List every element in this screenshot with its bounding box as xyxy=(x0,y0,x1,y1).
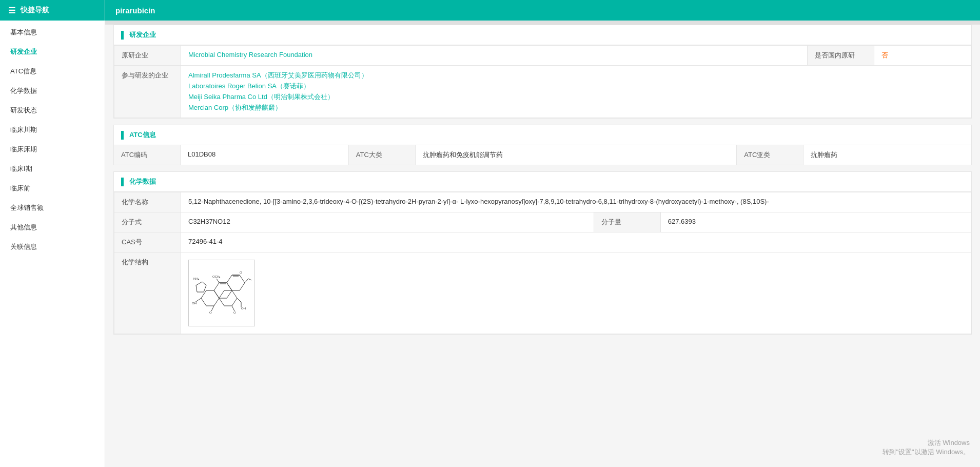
sidebar-item-other[interactable]: 其他信息 xyxy=(0,218,105,237)
svg-text:OH: OH xyxy=(241,307,246,310)
atc-major-label: ATC大类 xyxy=(349,145,416,165)
scroll-indicator xyxy=(105,21,980,25)
rd-company-title-text: 研发企业 xyxy=(129,30,156,40)
chem-structure-label: 化学结构 xyxy=(114,252,181,334)
original-company-link[interactable]: Microbial Chemistry Research Foundation xyxy=(188,51,312,59)
sidebar-item-clinical2[interactable]: 临床床期 xyxy=(0,140,105,159)
sidebar-item-chem[interactable]: 化学数据 xyxy=(0,81,105,101)
hamburger-icon[interactable]: ☰ xyxy=(8,6,15,15)
sidebar-item-related[interactable]: 关联信息 xyxy=(0,237,105,257)
rd-company-title: 研发企业 xyxy=(114,25,971,45)
participant-2[interactable]: Meiji Seika Pharma Co Ltd（明治制果株式会社） xyxy=(188,92,964,102)
domestic-value-text: 否 xyxy=(881,51,888,59)
svg-line-8 xyxy=(237,298,241,302)
svg-text:OH: OH xyxy=(192,302,197,305)
chem-name-row: 化学名称 5,12-Naphthacenedione, 10-[[3-amino… xyxy=(114,192,971,212)
atc-sub-label: ATC亚类 xyxy=(737,145,803,165)
rd-company-section: 研发企业 原研企业 Microbial Chemistry Research F… xyxy=(113,25,972,119)
domestic-label: 是否国内原研 xyxy=(807,46,874,66)
svg-text:OCH₃: OCH₃ xyxy=(212,275,221,278)
chemistry-table: 化学名称 5,12-Naphthacenedione, 10-[[3-amino… xyxy=(114,192,971,334)
page-title: pirarubicin xyxy=(105,0,980,21)
chem-structure-image: OH OH O NH₂ O xyxy=(188,260,255,326)
participant-list: Almirall Prodesfarma SA（西班牙艾美罗医用药物有限公司） … xyxy=(188,71,964,112)
sidebar-item-rd-company[interactable]: 研发企业 xyxy=(0,42,105,62)
chem-cas-value: 72496-41-4 xyxy=(181,232,971,252)
sidebar-title: 快捷导航 xyxy=(21,6,49,15)
svg-line-22 xyxy=(217,279,219,283)
svg-text:O: O xyxy=(233,311,236,314)
participant-3[interactable]: Mercian Corp（协和发酵麒麟） xyxy=(188,103,964,112)
sidebar: ☰ 快捷导航 基本信息 研发企业 ATC信息 化学数据 研发状态 临床川期 临床… xyxy=(0,0,105,467)
atc-sub-value: 抗肿瘤药 xyxy=(803,145,971,165)
atc-row: ATC编码 L01DB08 ATC大类 抗肿瘤药和免疫机能调节药 ATC亚类 抗… xyxy=(114,145,971,165)
sidebar-item-atc[interactable]: ATC信息 xyxy=(0,62,105,81)
chem-mw-value: 627.6393 xyxy=(660,212,971,232)
svg-text:NH₂: NH₂ xyxy=(193,277,200,280)
atc-section: ATC信息 ATC编码 L01DB08 ATC大类 抗肿瘤药和免疫机能调节药 A… xyxy=(113,125,972,165)
participant-values: Almirall Prodesfarma SA（西班牙艾美罗医用药物有限公司） … xyxy=(181,66,971,118)
sidebar-item-preclinical[interactable]: 临床前 xyxy=(0,179,105,198)
svg-marker-2 xyxy=(227,275,245,290)
chem-formula-label: 分子式 xyxy=(114,212,181,232)
chem-name-label: 化学名称 xyxy=(114,192,181,212)
sidebar-item-clinical3[interactable]: 临床川期 xyxy=(0,120,105,140)
participant-row: 参与研发的企业 Almirall Prodesfarma SA（西班牙艾美罗医用… xyxy=(114,66,971,118)
svg-text:O: O xyxy=(240,271,242,274)
participant-label: 参与研发的企业 xyxy=(114,66,181,118)
chemistry-title: 化学数据 xyxy=(114,172,971,192)
sidebar-item-basic[interactable]: 基本信息 xyxy=(0,23,105,42)
domestic-value: 否 xyxy=(874,46,971,66)
content-area: 研发企业 原研企业 Microbial Chemistry Research F… xyxy=(105,25,980,351)
participant-1[interactable]: Laboratoires Roger Belion SA（赛诺菲） xyxy=(188,82,964,91)
original-company-label: 原研企业 xyxy=(114,46,181,66)
original-company-row: 原研企业 Microbial Chemistry Research Founda… xyxy=(114,46,971,66)
drug-name: pirarubicin xyxy=(115,6,155,15)
chem-formula-row: 分子式 C32H37NO12 分子量 627.6393 xyxy=(114,212,971,232)
sidebar-item-global-sales[interactable]: 全球销售额 xyxy=(0,198,105,218)
rd-company-table: 原研企业 Microbial Chemistry Research Founda… xyxy=(114,45,971,118)
chem-cas-row: CAS号 72496-41-4 xyxy=(114,232,971,252)
atc-major-value: 抗肿瘤药和免疫机能调节药 xyxy=(416,145,737,165)
chemistry-title-text: 化学数据 xyxy=(129,177,156,186)
atc-title-text: ATC信息 xyxy=(129,130,156,140)
atc-title: ATC信息 xyxy=(114,125,971,145)
svg-line-18 xyxy=(211,306,214,311)
participant-0[interactable]: Almirall Prodesfarma SA（西班牙艾美罗医用药物有限公司） xyxy=(188,71,964,80)
original-company-value: Microbial Chemistry Research Foundation xyxy=(181,46,808,66)
svg-marker-4 xyxy=(196,282,206,292)
svg-marker-0 xyxy=(201,290,219,306)
chem-structure-svg: OH OH O NH₂ O xyxy=(191,262,252,324)
chem-structure-row: 化学结构 xyxy=(114,252,971,334)
svg-line-6 xyxy=(245,279,248,283)
chemistry-section: 化学数据 化学名称 5,12-Naphthacenedione, 10-[[3-… xyxy=(113,171,972,335)
sidebar-item-rd-status[interactable]: 研发状态 xyxy=(0,101,105,120)
chem-cas-label: CAS号 xyxy=(114,232,181,252)
svg-text:O: O xyxy=(209,311,212,314)
chem-formula-value: C32H37NO12 xyxy=(181,212,594,232)
svg-line-20 xyxy=(232,306,234,311)
svg-line-7 xyxy=(248,279,251,280)
atc-code-label: ATC编码 xyxy=(114,145,181,165)
chem-mw-label: 分子量 xyxy=(594,212,660,232)
sidebar-nav: 基本信息 研发企业 ATC信息 化学数据 研发状态 临床川期 临床床期 临床I期… xyxy=(0,23,105,257)
chem-structure-value: OH OH O NH₂ O xyxy=(181,252,971,334)
main-content: pirarubicin 研发企业 原研企业 Microbial Chemistr… xyxy=(105,0,980,467)
chem-name-value: 5,12-Naphthacenedione, 10-[[3-amino-2,3,… xyxy=(181,192,971,212)
atc-code-value: L01DB08 xyxy=(181,145,349,165)
sidebar-item-clinical1[interactable]: 临床I期 xyxy=(0,159,105,179)
sidebar-header: ☰ 快捷导航 xyxy=(0,0,105,21)
